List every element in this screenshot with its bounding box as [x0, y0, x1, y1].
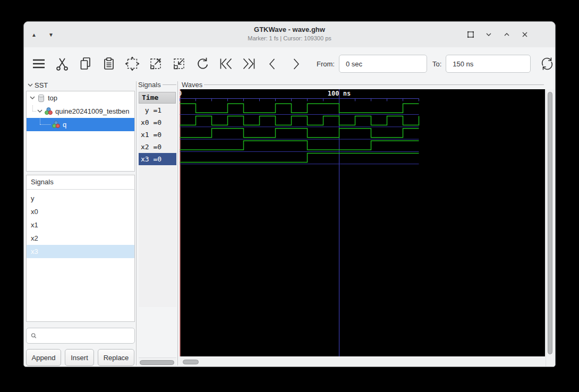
- list-item-x2[interactable]: x2: [27, 232, 134, 245]
- tree-label: quine20241009_testben: [55, 107, 130, 115]
- svg-text:0: 0: [180, 90, 182, 97]
- waves-vscrollbar-thumb[interactable]: [548, 92, 552, 354]
- prev-edge-icon[interactable]: [265, 56, 280, 72]
- expander-chevron-icon[interactable]: [29, 94, 36, 102]
- pane-splitter[interactable]: [136, 81, 137, 365]
- list-item-x0[interactable]: x0: [27, 205, 134, 218]
- signals-list-header: Signals: [27, 175, 134, 190]
- sst-header[interactable]: SST: [27, 80, 48, 90]
- from-label: From:: [317, 60, 335, 68]
- tree-label: q: [63, 121, 66, 129]
- to-label: To:: [432, 60, 441, 68]
- names-hscrollbar-thumb[interactable]: [140, 360, 174, 365]
- zoom-fit-icon[interactable]: [124, 56, 140, 72]
- list-item-y[interactable]: y: [27, 192, 134, 205]
- tree-row-testbench[interactable]: quine20241009_testben: [27, 105, 134, 118]
- expander-chevron-icon[interactable]: [27, 81, 33, 89]
- sst-header-label: SST: [35, 81, 48, 89]
- insert-button[interactable]: Insert: [65, 349, 94, 366]
- next-edge-icon[interactable]: [288, 56, 304, 72]
- tree-row-q[interactable]: q: [27, 118, 134, 131]
- chevron-up-icon[interactable]: [502, 30, 512, 39]
- menu-icon[interactable]: [31, 56, 47, 72]
- desktop: { "window": { "title": "GTKWave - wave.g…: [0, 0, 579, 392]
- main-area: SST top quine20241009_tes: [24, 80, 555, 367]
- list-item-x3[interactable]: x3: [27, 245, 134, 258]
- wave-plot: 0100 ns: [180, 89, 545, 356]
- titlebar[interactable]: ▲ ▼ GTKWave - wave.ghw Marker: 1 fs | Cu…: [24, 22, 555, 48]
- shade-down-icon[interactable]: ▼: [48, 32, 54, 38]
- names-hscrollbar[interactable]: [139, 357, 176, 367]
- gtkwave-window: ▲ ▼ GTKWave - wave.ghw Marker: 1 fs | Cu…: [23, 21, 556, 367]
- from-input[interactable]: [339, 55, 427, 73]
- close-icon[interactable]: [520, 30, 530, 39]
- signal-search: [26, 328, 135, 344]
- skip-to-end-icon[interactable]: [241, 56, 257, 72]
- skip-to-start-icon[interactable]: [218, 56, 234, 72]
- waves-vscrollbar[interactable]: [546, 89, 555, 367]
- pane-splitter[interactable]: [177, 81, 178, 365]
- names-frame-text: Signals: [138, 81, 161, 89]
- search-icon: [31, 332, 37, 339]
- fit-window-icon[interactable]: [466, 30, 475, 39]
- zoom-out-icon[interactable]: [148, 56, 164, 72]
- signal-name-x0[interactable]: x0 =0: [139, 116, 176, 129]
- sst-tree: top quine20241009_testben: [26, 91, 135, 172]
- wave-canvas[interactable]: 0100 ns: [180, 89, 545, 356]
- to-input[interactable]: [446, 55, 531, 73]
- replace-button[interactable]: Replace: [98, 349, 134, 366]
- expander-chevron-icon[interactable]: [37, 107, 43, 115]
- shade-up-icon[interactable]: ▲: [31, 32, 37, 38]
- paste-icon[interactable]: [101, 56, 117, 72]
- list-item-x1[interactable]: x1: [27, 218, 134, 232]
- signals-list-panel: Signals y x0 x1 x2 x3: [26, 175, 135, 322]
- copy-icon[interactable]: [78, 56, 93, 72]
- waves-hscrollbar-thumb[interactable]: [183, 360, 199, 364]
- tree-label: top: [48, 94, 57, 102]
- tree-row-top[interactable]: top: [27, 91, 134, 105]
- search-input[interactable]: [37, 329, 134, 343]
- process-icon: [45, 107, 53, 115]
- signal-name-y[interactable]: y =1: [139, 104, 176, 116]
- waves-frame-text: Waves: [182, 81, 202, 89]
- append-button[interactable]: Append: [26, 349, 61, 366]
- zoom-in-icon[interactable]: [171, 56, 187, 72]
- waves-hscrollbar[interactable]: [180, 357, 545, 367]
- reload-icon[interactable]: [539, 56, 555, 72]
- chevron-down-icon[interactable]: [484, 30, 493, 39]
- time-header: Time: [139, 92, 176, 104]
- svg-text:100 ns: 100 ns: [328, 90, 351, 97]
- signal-name-x1[interactable]: x1 =0: [139, 129, 176, 141]
- signal-name-x3[interactable]: x3 =0: [139, 153, 176, 165]
- module-icon: [37, 94, 45, 103]
- toolbar: From: To:: [24, 47, 555, 80]
- names-frame-label: Signals: [138, 80, 176, 89]
- undo-icon[interactable]: [194, 56, 210, 72]
- process-icon: [52, 121, 60, 129]
- waves-frame-label: Waves: [182, 80, 544, 89]
- cut-icon[interactable]: [54, 56, 70, 72]
- signal-name-x2[interactable]: x2 =0: [139, 141, 176, 153]
